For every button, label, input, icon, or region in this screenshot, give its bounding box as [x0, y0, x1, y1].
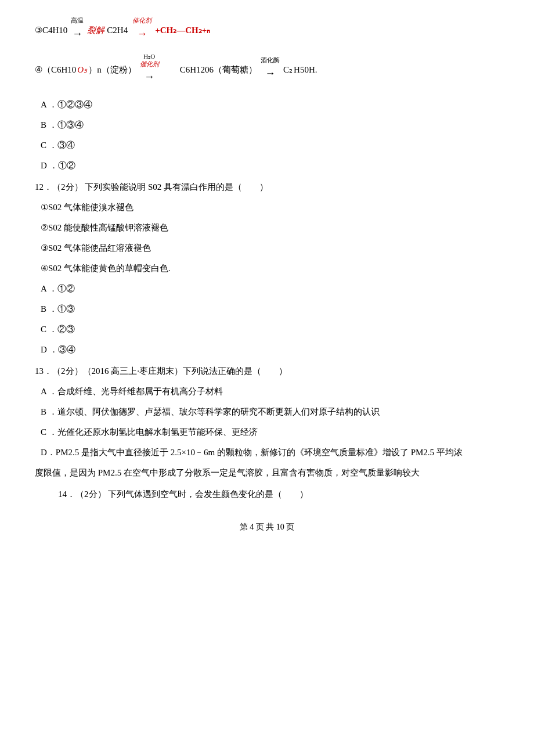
q12-title: 12．（2分） 下列实验能说明 S02 具有漂白作用的是（ ）	[35, 179, 499, 195]
q13-block: 13．（2分）（2016 高三上·枣庄期末）下列说法正确的是（ ） A ．合成纤…	[35, 363, 499, 481]
q13-optB: B ．道尔顿、阿伏伽德罗、卢瑟福、玻尔等科学家的研究不断更新人们对原子结构的认识	[41, 404, 499, 420]
q14-block: 14．（2分） 下列气体遇到空气时，会发生颜色变化的是（ ）	[35, 487, 499, 502]
reaction3-arrow2: →	[137, 24, 147, 43]
q13-optA: A ．合成纤维、光导纤维都属于有机高分子材料	[41, 384, 499, 399]
reaction4-end: H50H.	[294, 62, 317, 78]
q11-optC: C ．③④	[41, 138, 499, 153]
reaction3-prefix: ③C4H10	[35, 23, 67, 38]
reaction3-above2: 催化剂	[132, 17, 151, 24]
q12-item3: ③S02 气体能使品红溶液褪色	[41, 240, 499, 256]
reaction3-line: ③C4H10 高温 → 裂解 C2H4 催化剂 → +CH₂—CH₂+ₙ	[35, 17, 499, 43]
reaction3-above1: 高温	[71, 17, 84, 24]
reaction4-line: ④（C6H10 O₅ ）n（淀粉） H₂O 催化剂 → C6H1206（葡萄糖）…	[35, 53, 499, 86]
reaction4-arrow2-container: 酒化酶 →	[261, 57, 280, 82]
reaction3-arrow2-container: 催化剂 →	[132, 17, 151, 43]
q12-optA: A ．①②	[41, 281, 499, 297]
q13-optD2: 度限值，是因为 PM2.5 在空气中形成了分散系一定是气溶胶，且富含有害物质，对…	[35, 465, 499, 481]
reaction4-arrow2: →	[265, 64, 276, 82]
reaction4-mid: C6H1206（葡萄糖）	[180, 62, 257, 78]
q11-optA: A ．①②③④	[41, 97, 499, 113]
reaction4-o5: O₅	[77, 62, 87, 78]
reaction3-product: +CH₂—CH₂+ₙ	[155, 23, 210, 38]
reaction3-arrow1: →	[72, 24, 82, 43]
q11-optB: B ．①③④	[41, 117, 499, 133]
q12-item2: ②S02 能使酸性高锰酸钾溶液褪色	[41, 220, 499, 236]
q11-block: A ．①②③④ B ．①③④ C ．③④ D ．①②	[35, 97, 499, 174]
page-footer: 第 4 页 共 10 页	[35, 520, 499, 534]
q12-optD: D ．③④	[41, 342, 499, 358]
reaction4-arrow1: →	[144, 67, 154, 86]
reaction3-cracking: 裂解	[87, 23, 104, 38]
q13-title: 13．（2分）（2016 高三上·枣庄期末）下列说法正确的是（ ）	[35, 363, 499, 379]
reaction4-suffix: ）n（淀粉）	[88, 62, 136, 78]
q12-item1: ①S02 气体能使溴水褪色	[41, 200, 499, 215]
q12-item4: ④S02 气体能使黄色的草帽变白色.	[41, 261, 499, 276]
content-area: ③C4H10 高温 → 裂解 C2H4 催化剂 → +CH₂—CH₂+ₙ ④（C…	[35, 17, 499, 534]
q14-title: 14．（2分） 下列气体遇到空气时，会发生颜色变化的是（ ）	[58, 487, 499, 502]
q12-optC: C ．②③	[41, 322, 499, 337]
q13-optD1: D．PM2.5 是指大气中直径接近于 2.5×10﹣6m 的颗粒物，新修订的《环…	[41, 445, 499, 460]
footer-text: 第 4 页 共 10 页	[240, 523, 295, 531]
reaction4-above1: H₂O	[143, 53, 155, 60]
reaction4-catalyst1: 催化剂	[140, 61, 159, 67]
reaction4-c2: C₂	[283, 62, 293, 78]
q11-optD: D ．①②	[41, 158, 499, 174]
reaction4-prefix: ④（C6H10	[35, 62, 76, 78]
reaction3-mid: C2H4	[107, 23, 128, 38]
q12-block: 12．（2分） 下列实验能说明 S02 具有漂白作用的是（ ） ①S02 气体能…	[35, 179, 499, 358]
q12-optB: B ．①③	[41, 301, 499, 317]
reaction3-arrow1-container: 高温 →	[71, 17, 84, 43]
reaction4-above2: 酒化酶	[261, 57, 280, 63]
reaction4-arrow1-container: H₂O 催化剂 →	[140, 53, 159, 86]
q13-optC: C ．光催化还原水制氢比电解水制氢更节能环保、更经济	[41, 424, 499, 440]
